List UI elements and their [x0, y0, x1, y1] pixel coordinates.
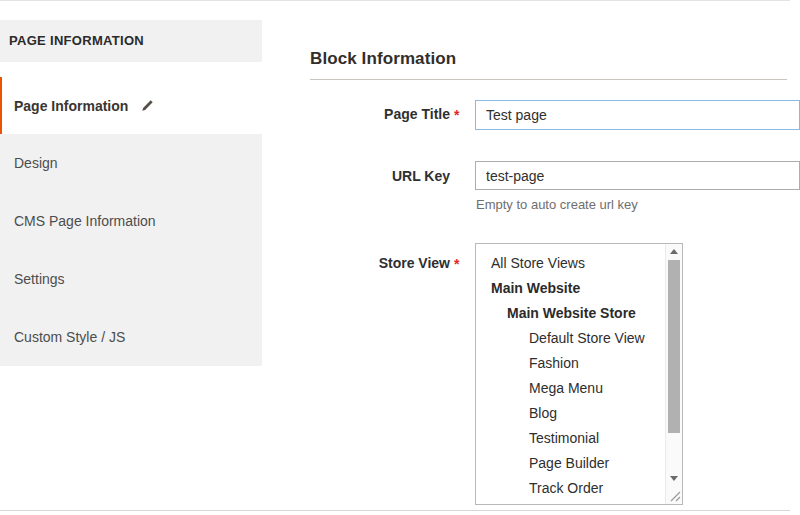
page-border-bottom — [0, 510, 790, 511]
store-view-option-track-order[interactable]: Track Order — [476, 476, 682, 501]
page-title-label: Page Title — [310, 106, 450, 122]
page: PAGE INFORMATION Page Information Design… — [0, 0, 800, 515]
store-view-required-marker: * — [454, 256, 459, 272]
url-key-hint: Empty to auto create url key — [476, 197, 638, 212]
store-view-option-all-store-views[interactable]: All Store Views — [476, 251, 682, 276]
store-view-option-main-website-store[interactable]: Main Website Store — [476, 301, 682, 326]
scroll-up-icon[interactable] — [670, 249, 678, 254]
sidebar-item-label: CMS Page Information — [14, 213, 156, 229]
store-view-option-default-store-view[interactable]: Default Store View — [476, 326, 682, 351]
sidebar-item-label: Design — [14, 155, 58, 171]
edit-pencil-icon — [140, 98, 155, 113]
resize-grip-icon[interactable] — [668, 489, 682, 503]
sidebar-nav: Design CMS Page Information Settings Cus… — [0, 134, 262, 366]
scrollbar-track[interactable] — [665, 244, 682, 504]
store-view-listbox[interactable]: All Store ViewsMain WebsiteMain Website … — [475, 243, 683, 505]
store-view-option-page-builder[interactable]: Page Builder — [476, 451, 682, 476]
store-view-option-blog[interactable]: Blog — [476, 401, 682, 426]
sidebar-header: PAGE INFORMATION — [0, 20, 262, 62]
store-view-option-testimonial[interactable]: Testimonial — [476, 426, 682, 451]
sidebar-item-label: Page Information — [14, 98, 128, 114]
section-title: Block Information — [310, 49, 456, 69]
scroll-down-icon[interactable] — [670, 476, 678, 481]
page-border-top — [0, 0, 790, 1]
url-key-input[interactable] — [475, 161, 800, 190]
store-view-option-fashion[interactable]: Fashion — [476, 351, 682, 376]
scrollbar-thumb[interactable] — [668, 260, 680, 433]
sidebar-item-label: Custom Style / JS — [14, 329, 125, 345]
sidebar-item-settings[interactable]: Settings — [0, 250, 262, 308]
sidebar-item-label: Settings — [14, 271, 65, 287]
page-title-input[interactable] — [475, 100, 800, 130]
sidebar-item-custom-style-js[interactable]: Custom Style / JS — [0, 308, 262, 366]
sidebar-item-cms-page-information[interactable]: CMS Page Information — [0, 192, 262, 250]
url-key-label: URL Key — [310, 168, 450, 184]
store-view-option-mega-menu[interactable]: Mega Menu — [476, 376, 682, 401]
sidebar-item-page-information[interactable]: Page Information — [0, 77, 262, 134]
page-title-required-marker: * — [454, 107, 459, 123]
section-divider — [310, 79, 787, 80]
store-view-label: Store View — [310, 255, 450, 271]
store-view-option-main-website[interactable]: Main Website — [476, 276, 682, 301]
store-view-options: All Store ViewsMain WebsiteMain Website … — [476, 251, 682, 501]
sidebar-item-design[interactable]: Design — [0, 134, 262, 192]
